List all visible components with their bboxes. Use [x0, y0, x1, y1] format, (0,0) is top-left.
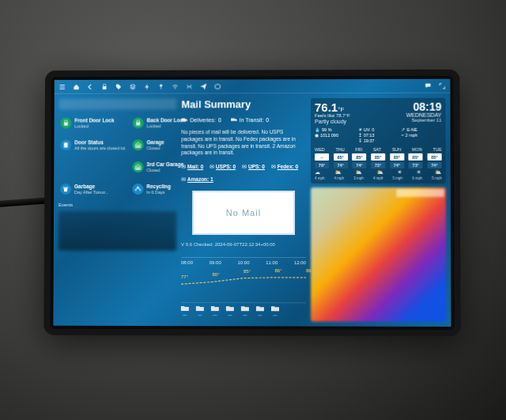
carrier-row: ✉ Mail: 0✉ USPS: 0✉ UPS: 0✉ Fedex: 0✉ Am…: [181, 164, 306, 183]
forecast-wind: 4 mph: [315, 176, 325, 180]
forecast-wind: 5 mph: [432, 176, 442, 180]
wind-spd: ≈2 mph: [402, 133, 442, 138]
home-icon[interactable]: [74, 83, 80, 89]
svg-point-7: [66, 145, 67, 146]
toolbar: [55, 79, 451, 94]
folder-item[interactable]: —: [181, 305, 189, 317]
svg-rect-5: [136, 123, 140, 126]
weather-card: 76.1°F Feels like 78.7°F Partly cloudy 0…: [311, 98, 446, 184]
chart-hour: 09:00: [210, 260, 221, 265]
left-column: Front Door LockLocked Back Door LockLock…: [58, 99, 176, 322]
folder-row: ———————: [181, 302, 306, 317]
tag-icon[interactable]: [115, 83, 122, 89]
tile-back-door-lock[interactable]: Back Door LockLocked: [131, 113, 187, 132]
folder-item[interactable]: —: [226, 305, 234, 317]
transit-stat: In Transit: 0: [231, 116, 270, 123]
forecast-icon: ⛅: [334, 169, 342, 176]
carrier-fedex: ✉ Fedex: 0: [271, 164, 298, 170]
events-label: Events: [59, 202, 176, 207]
menu-icon[interactable]: [59, 84, 66, 90]
forecast-wind: 4 mph: [373, 176, 383, 180]
forecast-hi: 85°: [390, 153, 404, 161]
svg-rect-4: [64, 123, 68, 126]
dashboard-screen: Front Door LockLocked Back Door LockLock…: [53, 79, 451, 327]
folder-item[interactable]: —: [196, 305, 204, 317]
folder-item[interactable]: —: [256, 305, 264, 317]
forecast-icon: ⛅: [435, 169, 442, 176]
observations: 💧99 % ☀UV: 0 ↗E-NE ◉1012.090 ↥07:13 ≈2 m…: [315, 127, 442, 143]
trash-icon: [60, 184, 71, 195]
door-icon: [60, 139, 71, 150]
tile-front-door-lock[interactable]: Front Door LockLocked: [59, 114, 127, 133]
clock-time: 08:19: [406, 101, 442, 112]
tile-garbage[interactable]: GarbageDay After Tomor...: [59, 180, 128, 199]
mail-stats: Deliveries: 0 In Transit: 0: [181, 116, 306, 123]
chart-hour: 08:00: [181, 260, 193, 265]
condition: Partly cloudy: [315, 119, 350, 124]
clock-date: September 11: [406, 118, 442, 123]
forecast-hi: --: [315, 153, 329, 161]
recycle-icon: [133, 184, 144, 195]
flash-icon[interactable]: [144, 83, 150, 89]
pressure: ◉1012.090: [315, 133, 355, 138]
chart-point-label: 77°: [181, 274, 188, 279]
hourly-chart: 08:0009:0010:0011:0012:00 77°80°85°86°86…: [181, 257, 306, 295]
broadcast-icon[interactable]: [186, 83, 192, 89]
deliveries-stat: Deliveries: 0: [181, 116, 221, 123]
forecast-icon: ⛅: [376, 169, 383, 176]
tile-garage[interactable]: GarageClosed: [131, 135, 187, 154]
current-temp: 76.1°F: [315, 101, 350, 113]
carrier-amazon: ✉ Amazon: 1: [181, 176, 213, 183]
sunrise: ↥07:13: [358, 133, 398, 138]
svg-rect-6: [64, 142, 68, 147]
sunset: ↧19:37: [358, 138, 398, 143]
garage-icon: [133, 161, 144, 172]
wind-dir: ↗E-NE: [402, 127, 442, 132]
wifi-icon[interactable]: [172, 83, 179, 89]
lock-icon: [133, 117, 144, 128]
tile-3rd-car-garage[interactable]: 3rd Car GarageClosed: [131, 157, 187, 176]
forecast-day: WED: [315, 147, 325, 152]
folder-icon: [256, 305, 264, 312]
chat-icon[interactable]: [425, 82, 431, 89]
forecast-wind: 6 mph: [412, 176, 422, 180]
forecast-hi: 85°: [427, 153, 441, 161]
folder-icon: [271, 305, 279, 312]
folder-item[interactable]: —: [271, 305, 279, 317]
camera-preview[interactable]: [59, 211, 176, 251]
tile-door-status[interactable]: Door StatusAll the doors are closed lol.: [59, 135, 127, 154]
svg-rect-0: [103, 86, 107, 89]
folder-icon: [211, 305, 219, 312]
carrier-usps: ✉ USPS: 0: [210, 164, 236, 170]
forecast-hi: 85°: [334, 153, 348, 161]
folder-item[interactable]: —: [211, 305, 219, 317]
svg-point-2: [175, 88, 176, 89]
tile-recycling[interactable]: RecyclingIn 6 Days: [130, 180, 187, 199]
lock-icon[interactable]: [101, 83, 108, 89]
cube-icon[interactable]: [214, 83, 221, 89]
mail-image[interactable]: No Mail: [192, 191, 295, 235]
forecast: WEDTHUFRISATSUNMONTUE --85°85°85°85°85°8…: [315, 147, 442, 180]
forecast-lo: 74°: [428, 162, 442, 168]
forecast-lo: 73°: [409, 162, 423, 168]
mail-title: Mail Summary: [181, 98, 306, 110]
back-icon[interactable]: [87, 83, 93, 89]
layers-icon[interactable]: [130, 83, 136, 89]
svg-rect-9: [181, 119, 185, 121]
feels-like: Feels like 78.7°F: [315, 113, 350, 118]
mail-body: No pieces of mail will be delivered. No …: [181, 129, 306, 157]
folder-item[interactable]: —: [241, 305, 249, 317]
mail-checked: V 0.6 Checked: 2024-09-07T22:12:34+00:00: [181, 242, 306, 247]
forecast-day: THU: [335, 147, 344, 152]
forecast-day: SUN: [392, 147, 402, 152]
forecast-lo: 74°: [352, 162, 366, 168]
weather-radar[interactable]: [311, 187, 446, 322]
expand-icon[interactable]: [439, 82, 445, 89]
forecast-day: TUE: [433, 147, 442, 152]
tablet-frame: Front Door LockLocked Back Door LockLock…: [43, 70, 460, 336]
send-icon[interactable]: [200, 83, 206, 89]
chart-point-label: 85°: [244, 269, 251, 274]
forecast-lo: 76°: [315, 162, 329, 168]
pin-icon[interactable]: [158, 83, 164, 89]
chart-hour: 11:00: [266, 260, 278, 265]
